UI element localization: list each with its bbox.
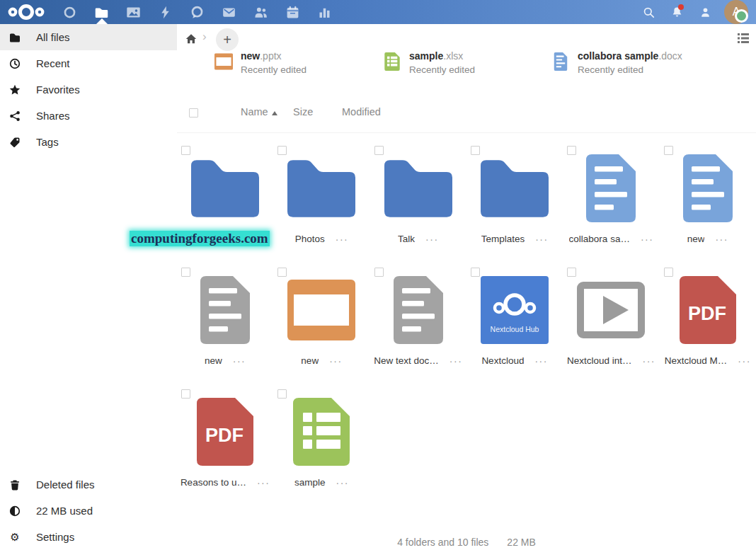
more-actions-icon[interactable]	[535, 236, 549, 243]
contacts-menu-icon[interactable]	[691, 0, 719, 24]
gear-icon: ⚙	[9, 532, 21, 543]
tile-checkbox[interactable]	[277, 146, 287, 155]
app-talk-icon[interactable]	[181, 0, 213, 24]
sidebar-item-all-files[interactable]: All files	[0, 24, 177, 50]
tile-checkbox[interactable]	[181, 146, 190, 155]
sidebar-item-shares[interactable]: Shares	[0, 103, 177, 129]
sort-by-name[interactable]: Name	[241, 106, 268, 118]
more-actions-icon[interactable]	[336, 479, 350, 486]
file-name: collabora sa…	[569, 234, 630, 244]
more-actions-icon[interactable]	[643, 357, 656, 365]
tile-checkbox[interactable]	[374, 268, 384, 277]
tile-checkbox[interactable]	[374, 146, 384, 155]
sidebar-item-deleted-files[interactable]: Deleted files	[0, 471, 177, 498]
file-tile[interactable]: new	[273, 268, 370, 374]
file-tile[interactable]: Photos	[273, 146, 370, 252]
file-name: New text doc…	[374, 355, 439, 366]
search-icon[interactable]	[634, 0, 663, 24]
view-toggle-icon[interactable]	[738, 33, 749, 44]
sidebar-item-recent[interactable]: Recent	[0, 50, 177, 76]
file-tile[interactable]: collabora sa…	[563, 146, 659, 252]
sidebar-item-settings[interactable]: ⚙ Settings	[0, 524, 177, 550]
file-tile[interactable]: sample	[273, 389, 370, 495]
app-calendar-icon[interactable]	[277, 0, 309, 24]
sidebar-item-quota[interactable]: 22 MB used	[0, 498, 177, 524]
file-name: Photos	[295, 234, 325, 244]
star-icon	[9, 84, 21, 96]
app-contacts-icon[interactable]	[245, 0, 277, 24]
file-grid: Documents Photos Talk Templates collabor…	[177, 133, 756, 495]
video-icon	[577, 282, 645, 338]
more-actions-icon[interactable]	[715, 236, 728, 243]
more-actions-icon[interactable]	[641, 236, 654, 243]
more-actions-icon[interactable]	[534, 357, 548, 365]
more-actions-icon[interactable]	[336, 236, 349, 243]
list-header: Name Size Modified	[177, 93, 756, 133]
more-actions-icon[interactable]	[257, 479, 270, 486]
folder-icon	[9, 32, 21, 43]
file-tile[interactable]: new	[177, 268, 273, 374]
add-new-button[interactable]: +	[216, 28, 239, 51]
recent-file[interactable]: collabora sample.docx Recently edited	[551, 50, 720, 86]
sidebar: All files Recent Favorites Shares Tags D…	[0, 24, 177, 550]
more-actions-icon[interactable]	[449, 357, 463, 365]
more-actions-icon[interactable]	[233, 357, 246, 365]
tile-checkbox[interactable]	[181, 268, 190, 277]
tag-icon	[9, 137, 21, 148]
tile-checkbox[interactable]	[664, 268, 673, 277]
tile-checkbox[interactable]	[567, 268, 576, 277]
tile-checkbox[interactable]	[567, 146, 576, 155]
tile-checkbox[interactable]	[664, 146, 673, 155]
recent-file[interactable]: new.pptx Recently edited	[214, 50, 383, 86]
app-dashboard-icon[interactable]	[54, 0, 86, 24]
sort-by-size[interactable]: Size	[293, 106, 313, 118]
document-icon	[683, 154, 733, 222]
tile-checkbox[interactable]	[277, 268, 287, 277]
file-tile[interactable]: new	[660, 146, 756, 252]
recent-file[interactable]: sample.xlsx Recently edited	[383, 50, 551, 86]
tile-checkbox[interactable]	[277, 389, 287, 399]
tile-checkbox[interactable]	[181, 389, 190, 399]
sidebar-item-label: Recent	[36, 57, 70, 69]
app-photos-icon[interactable]	[118, 0, 149, 24]
app-activity-icon[interactable]	[149, 0, 181, 24]
file-tile[interactable]: Nextcloud M…	[660, 268, 756, 374]
presentation-icon	[287, 280, 355, 340]
file-name: Templates	[481, 234, 525, 244]
more-actions-icon[interactable]	[329, 357, 343, 365]
file-tile[interactable]: Talk	[370, 146, 466, 252]
status-dot	[735, 9, 748, 23]
file-name: Nextcloud	[481, 355, 524, 366]
recent-file-subtitle: Recently edited	[241, 64, 307, 75]
breadcrumb: +	[177, 24, 756, 52]
app-mail-icon[interactable]	[213, 0, 245, 24]
select-all-checkbox[interactable]	[189, 108, 198, 118]
file-name: Nextcloud M…	[665, 355, 728, 366]
app-files-icon[interactable]	[86, 0, 118, 24]
sidebar-item-label: Deleted files	[36, 479, 95, 491]
file-tile[interactable]: Reasons to u…	[177, 389, 273, 495]
nextcloud-logo[interactable]	[6, 3, 47, 21]
document-icon	[551, 52, 570, 71]
recent-file-subtitle: Recently edited	[409, 64, 475, 75]
tile-checkbox[interactable]	[471, 268, 480, 277]
file-tile[interactable]: Nextcloud	[466, 268, 563, 374]
file-tile[interactable]: New text doc…	[370, 268, 466, 374]
document-icon	[586, 154, 636, 222]
file-tile[interactable]: Templates	[466, 146, 563, 252]
home-icon[interactable]	[185, 33, 197, 45]
quota-label: 22 MB used	[36, 505, 93, 517]
sidebar-item-tags[interactable]: Tags	[0, 129, 177, 155]
sidebar-item-favorites[interactable]: Favorites	[0, 76, 177, 103]
file-tile[interactable]: Nextcloud int…	[563, 268, 659, 374]
recently-edited-strip: new.pptx Recently edited sample.xlsx Rec…	[177, 50, 756, 86]
sidebar-item-label: Favorites	[36, 84, 80, 96]
more-actions-icon[interactable]	[425, 236, 439, 243]
notifications-bell-icon[interactable]	[663, 0, 691, 24]
sort-by-modified[interactable]: Modified	[342, 106, 381, 118]
app-menu	[54, 0, 340, 24]
app-analytics-icon[interactable]	[309, 0, 340, 24]
total-size: 22 MB	[507, 537, 535, 548]
more-actions-icon[interactable]	[738, 357, 751, 365]
tile-checkbox[interactable]	[471, 146, 480, 155]
